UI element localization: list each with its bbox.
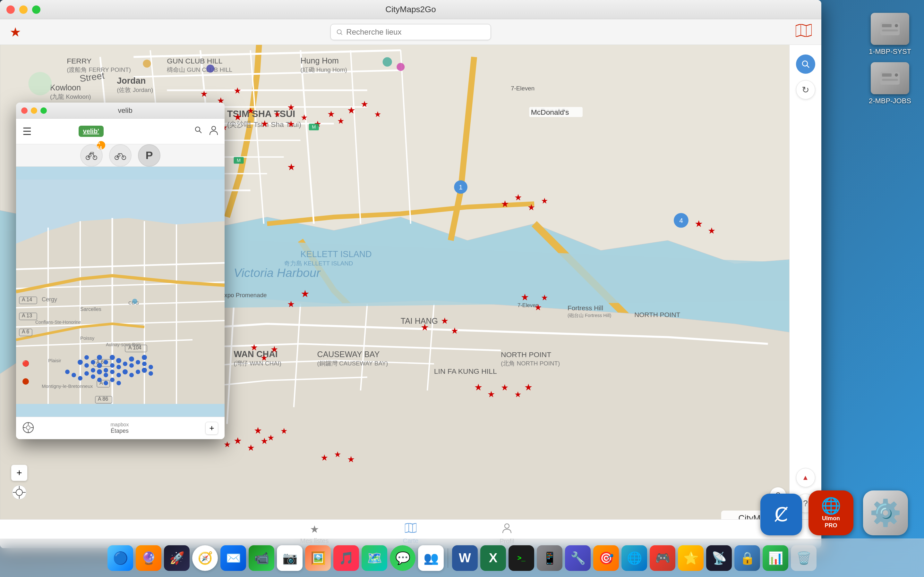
velib-zoom-icon[interactable]: + (205, 422, 218, 435)
disk-2-mbp-jobs[interactable]: 2-MBP-JOBS (869, 62, 911, 105)
velib-minimize-button[interactable] (31, 107, 37, 114)
svg-point-195 (78, 359, 83, 365)
dock-item-siri[interactable]: 🔮 (136, 545, 162, 571)
dock-item-trash[interactable]: 🗑️ (791, 545, 817, 571)
sysprefs-icon[interactable]: ⚙️ (863, 490, 908, 535)
map-toggle-icon[interactable] (796, 24, 812, 40)
svg-point-220 (123, 369, 128, 374)
velib-menu-icon[interactable]: ☰ (23, 125, 32, 137)
maximize-button[interactable] (32, 5, 40, 14)
svg-point-206 (116, 358, 121, 363)
favorites-star-icon[interactable]: ★ (10, 25, 21, 39)
zoom-in-button[interactable]: + (11, 465, 27, 481)
svg-point-6 (895, 73, 898, 77)
dock-item-misc8[interactable]: 🔒 (734, 545, 760, 571)
svg-text:★: ★ (300, 288, 310, 300)
velib-controls: A 14 P (16, 144, 225, 167)
dock-item-misc7[interactable]: 📡 (706, 545, 732, 571)
dock-item-terminal[interactable]: >_ (509, 545, 534, 571)
dock-item-misc5[interactable]: 🎮 (650, 545, 675, 571)
svg-point-205 (110, 363, 115, 367)
dock-item-misc4[interactable]: 🌐 (622, 545, 647, 571)
svg-line-147 (807, 65, 809, 68)
velib-maximize-button[interactable] (40, 107, 47, 114)
dock-item-misc3[interactable]: 🎯 (593, 545, 619, 571)
dock-item-maps[interactable]: 🗺️ (362, 545, 387, 571)
dock-item-mail[interactable]: ✉️ (220, 545, 246, 571)
svg-text:★: ★ (234, 112, 242, 122)
dock-item-misc2[interactable]: 🔧 (565, 545, 591, 571)
svg-point-228 (71, 373, 76, 377)
dock-item-messages[interactable]: 💬 (390, 545, 415, 571)
svg-text:1: 1 (459, 183, 463, 191)
dock-item-safari[interactable]: 🧭 (192, 545, 218, 571)
svg-text:🔴: 🔴 (22, 360, 29, 367)
dock-item-word[interactable]: W (452, 545, 478, 571)
search-input[interactable] (346, 27, 485, 37)
dock-item-excel[interactable]: X (480, 545, 506, 571)
velib-bike-button-2[interactable] (109, 144, 132, 167)
dock-item-finder[interactable]: 🔵 (107, 545, 133, 571)
svg-point-218 (110, 370, 115, 374)
desktop: 1-MBP-SYST 2-MBP-JOBS CityMaps2Go (0, 0, 924, 577)
compass-button[interactable]: ▲ (796, 468, 815, 487)
close-button[interactable] (6, 5, 15, 14)
velib-map[interactable]: Cergy Conflans-Ste-Honorine Sarcelles Po… (16, 167, 225, 417)
ulmon-pro-icon[interactable]: 🌐 UlmonPRO (809, 490, 853, 535)
svg-text:KELLETT ISLAND: KELLETT ISLAND (300, 250, 372, 259)
disk-1-mbp-syst[interactable]: 1-MBP-SYST (869, 13, 911, 56)
velib-profile-icon[interactable] (209, 125, 218, 137)
svg-text:M: M (237, 158, 241, 163)
svg-text:McDonald's: McDonald's (531, 108, 569, 116)
map-tab-icon (405, 523, 417, 533)
svg-text:Expo Promenade: Expo Promenade (220, 292, 267, 298)
refresh-panel-button[interactable]: ↻ (796, 80, 815, 99)
velib-parking-button[interactable]: P (138, 144, 160, 167)
disk-icon-1 (871, 13, 909, 45)
velib-location-icon[interactable] (23, 422, 34, 435)
svg-text:Conflans-Ste-Honorine: Conflans-Ste-Honorine (35, 319, 81, 325)
velib-search-icon[interactable] (194, 125, 203, 137)
svg-text:★: ★ (347, 455, 355, 464)
svg-point-207 (116, 365, 121, 369)
search-bar[interactable] (330, 24, 491, 40)
minimize-button[interactable] (19, 5, 27, 14)
velib-logo: velib' (79, 126, 103, 137)
svg-text:★: ★ (337, 116, 344, 125)
svg-point-8 (337, 29, 341, 34)
svg-marker-148 (405, 523, 417, 533)
dock-item-misc6[interactable]: ⭐ (678, 545, 704, 571)
svg-text:GUN CLUB HILL: GUN CLUB HILL (167, 57, 222, 65)
svg-text:★: ★ (287, 300, 295, 309)
dock-item-misc1[interactable]: 📱 (537, 545, 562, 571)
svg-text:★: ★ (347, 105, 355, 115)
dock-item-itunes[interactable]: 🎵 (333, 545, 359, 571)
svg-point-219 (116, 373, 121, 377)
svg-text:★: ★ (260, 353, 268, 362)
dock-item-facetime[interactable]: 📹 (249, 545, 274, 571)
dock-item-photos[interactable]: 📷 (277, 545, 302, 571)
svg-point-211 (136, 360, 140, 364)
velib-bike-button-1[interactable]: A 14 (80, 144, 103, 167)
dock-item-preview[interactable]: 🖼️ (305, 545, 331, 571)
svg-point-212 (142, 355, 147, 360)
svg-point-180 (132, 299, 137, 304)
svg-text:★: ★ (287, 103, 295, 112)
svg-text:★: ★ (247, 106, 254, 115)
dock-item-contacts[interactable]: 👥 (418, 545, 444, 571)
dock-item-misc9[interactable]: 📊 (762, 545, 788, 571)
dock-item-launchpad[interactable]: 🚀 (164, 545, 190, 571)
svg-point-209 (129, 356, 134, 362)
svg-text:★: ★ (247, 443, 255, 453)
svg-text:(銅鑼灣 CAUSEWAY BAY): (銅鑼灣 CAUSEWAY BAY) (317, 360, 388, 367)
velib-close-button[interactable] (21, 107, 27, 114)
svg-point-154 (212, 126, 216, 130)
clever-icon[interactable]: Ȼ (760, 494, 802, 535)
location-button[interactable] (11, 484, 27, 503)
disk-icon-2 (871, 62, 909, 94)
search-panel-button[interactable] (796, 55, 815, 74)
svg-point-202 (91, 368, 95, 372)
svg-text:Fortress Hill: Fortress Hill (567, 304, 603, 311)
search-icon (336, 28, 343, 36)
svg-text:Kowloon: Kowloon (50, 83, 81, 92)
